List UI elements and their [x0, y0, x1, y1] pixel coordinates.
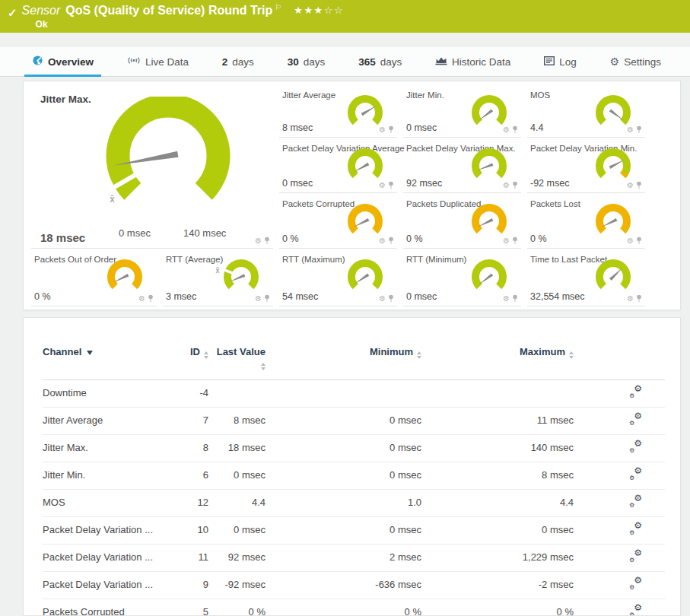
table-row[interactable]: Jitter Max.818 msec0 msec140 msec⚙⚙	[43, 434, 665, 462]
channel-settings-icon[interactable]: ⚙⚙	[629, 386, 642, 398]
gear-icon[interactable]: ⚙	[255, 295, 262, 303]
table-row[interactable]: MOS124.41.04.4⚙⚙	[43, 489, 665, 516]
gear-icon[interactable]: ⚙	[379, 126, 386, 134]
tab-settings[interactable]: ⚙Settings	[609, 47, 663, 76]
pin-icon[interactable]	[388, 125, 394, 134]
gauge-panel-packets-duplicated[interactable]: Packets Duplicated0 %⚙	[403, 195, 521, 249]
pin-icon[interactable]	[388, 181, 394, 189]
pin-icon[interactable]	[512, 125, 518, 134]
table-row[interactable]: Jitter Min.60 msec0 msec8 msec⚙⚙	[43, 462, 665, 489]
pin-icon[interactable]	[148, 294, 154, 303]
column-header-min[interactable]: Minimum	[266, 346, 421, 379]
cell-channel[interactable]: Downtime	[43, 379, 178, 407]
gear-icon[interactable]: ⚙	[138, 295, 145, 303]
cell-channel[interactable]: MOS	[43, 489, 178, 516]
gauge-panel-packet-delay-variation-min[interactable]: Packet Delay Variation Min.-92 msec⚙	[527, 139, 645, 193]
gauge-panel-rtt-minimum[interactable]: RTT (Minimum)0 msec⚙	[403, 250, 521, 306]
gear-icon[interactable]: ⚙	[379, 237, 386, 245]
pin-icon[interactable]	[636, 181, 642, 189]
gauge-panel-actions: ⚙	[379, 294, 394, 303]
pin-icon[interactable]	[636, 294, 642, 303]
sort-icon	[569, 351, 574, 359]
cell-channel[interactable]: Jitter Min.	[43, 462, 178, 489]
gauge-panel-mos[interactable]: MOS4.4⚙	[527, 86, 645, 138]
table-row[interactable]: Packets Corrupted50 %0 %0 %⚙⚙	[43, 599, 665, 616]
channels-table-body: Downtime-4⚙⚙Jitter Average78 msec0 msec1…	[43, 379, 665, 616]
tab-historic-data[interactable]: Historic Data	[434, 47, 512, 76]
gear-icon[interactable]: ⚙	[379, 295, 386, 303]
cell-minimum	[266, 379, 421, 407]
cell-last-value: 4.4	[208, 489, 266, 516]
gauge-panel-packet-delay-variation-max[interactable]: Packet Delay Variation Max.92 msec⚙	[403, 139, 521, 193]
pin-icon[interactable]	[512, 237, 518, 245]
table-row[interactable]: Packet Delay Variation ...1192 msec2 mse…	[43, 544, 665, 571]
cell-channel[interactable]: Jitter Average	[43, 407, 178, 434]
gauge-panel-packet-delay-variation-average[interactable]: Packet Delay Variation Average0 msec⚙	[279, 139, 397, 193]
sensor-page: ✓ Sensor QoS (Quality of Service) Round …	[0, 0, 690, 616]
pin-icon[interactable]	[636, 237, 642, 245]
pin-icon[interactable]	[512, 181, 518, 189]
channel-settings-icon[interactable]: ⚙⚙	[629, 414, 642, 425]
gear-icon[interactable]: ⚙	[627, 126, 634, 134]
gauge-title: RTT (Minimum)	[406, 255, 466, 264]
gauge-panel-jitter-min[interactable]: Jitter Min.0 msec⚙	[403, 86, 521, 138]
cell-minimum: 0 msec	[266, 407, 421, 434]
table-row[interactable]: Packet Delay Variation ...9-92 msec-636 …	[43, 571, 665, 599]
cell-id: 9	[178, 571, 208, 599]
gauge-value: 54 msec	[282, 291, 318, 302]
gear-icon[interactable]: ⚙	[255, 237, 262, 245]
channel-settings-icon[interactable]: ⚙⚙	[629, 441, 642, 452]
cell-channel[interactable]: Packets Corrupted	[43, 599, 178, 616]
gauge-panel-rtt-maximum[interactable]: RTT (Maximum)54 msec⚙	[279, 250, 397, 306]
channel-settings-icon[interactable]: ⚙⚙	[629, 551, 642, 562]
column-header-last[interactable]: Last Value	[208, 346, 266, 379]
gear-icon[interactable]: ⚙	[503, 237, 510, 245]
table-row[interactable]: Downtime-4⚙⚙	[43, 379, 665, 407]
gear-icon[interactable]: ⚙	[503, 295, 510, 303]
pin-icon[interactable]	[388, 294, 394, 303]
cell-channel[interactable]: Jitter Max.	[43, 434, 178, 462]
tab-2-days[interactable]: 2days	[221, 47, 256, 76]
gear-icon[interactable]: ⚙	[627, 182, 634, 189]
priority-stars[interactable]: ★★★☆☆	[294, 5, 344, 16]
channel-settings-icon[interactable]: ⚙⚙	[629, 496, 642, 507]
gear-icon[interactable]: ⚙	[503, 126, 510, 134]
cell-channel[interactable]: Packet Delay Variation ...	[43, 516, 178, 544]
gauge-panel-packets-lost[interactable]: Packets Lost0 %⚙	[527, 195, 645, 249]
gear-icon[interactable]: ⚙	[627, 237, 634, 245]
pin-icon[interactable]	[264, 237, 270, 245]
column-header-id[interactable]: ID	[178, 346, 208, 379]
channel-settings-icon[interactable]: ⚙⚙	[629, 523, 642, 535]
cell-maximum: 0 msec	[421, 516, 574, 544]
cell-channel[interactable]: Packet Delay Variation ...	[43, 544, 178, 571]
gauge-dial	[336, 256, 390, 297]
tab-30-days[interactable]: 30days	[286, 47, 327, 76]
gauge-panel-jitter-average[interactable]: Jitter Average8 msec⚙	[279, 86, 397, 138]
gauge-panel-rtt-average[interactable]: RTT (Average)x̄3 msec⚙	[163, 250, 273, 306]
pin-icon[interactable]	[636, 125, 642, 134]
tab-live-data[interactable]: Live Data	[126, 47, 190, 76]
channel-settings-icon[interactable]: ⚙⚙	[629, 605, 642, 616]
gear-icon[interactable]: ⚙	[379, 182, 386, 189]
pin-icon[interactable]	[388, 237, 394, 245]
cell-channel[interactable]: Packet Delay Variation ...	[43, 571, 178, 599]
gauge-panel-packets-corrupted[interactable]: Packets Corrupted0 %⚙	[279, 195, 397, 249]
table-row[interactable]: Packet Delay Variation ...100 msec0 msec…	[43, 516, 665, 544]
tab-log[interactable]: Log	[542, 47, 578, 76]
flag-icon[interactable]: ⚐	[275, 3, 281, 11]
gauge-panel-packets-out-of-order[interactable]: Packets Out of Order0 %⚙	[31, 250, 157, 306]
gear-icon[interactable]: ⚙	[627, 295, 634, 303]
pin-icon[interactable]	[512, 294, 518, 303]
column-header-max[interactable]: Maximum	[421, 346, 574, 379]
table-row[interactable]: Jitter Average78 msec0 msec11 msec⚙⚙	[43, 407, 665, 434]
channel-settings-icon[interactable]: ⚙⚙	[629, 468, 642, 480]
channel-settings-icon[interactable]: ⚙⚙	[629, 578, 642, 589]
cell-maximum: 8 msec	[421, 462, 574, 489]
tab-365-days[interactable]: 365days	[357, 47, 403, 76]
pin-icon[interactable]	[264, 294, 270, 303]
column-header-channel[interactable]: Channel	[43, 346, 178, 379]
gauge-panel-time-to-last-packet[interactable]: Time to Last Packet32,554 msec⚙	[527, 250, 645, 306]
gear-icon[interactable]: ⚙	[503, 182, 510, 189]
tab-overview[interactable]: Overview	[30, 47, 95, 76]
gauge-panel-jitter-max[interactable]: Jitter Max. x̄ 0 msec 140 msec 18 msec ⚙	[31, 86, 273, 249]
